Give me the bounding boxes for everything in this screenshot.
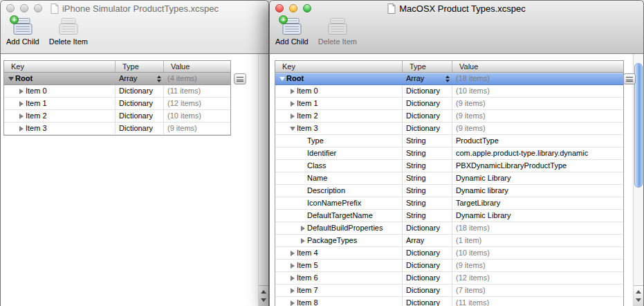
key-cell[interactable]: Item 1 xyxy=(275,98,403,109)
key-cell[interactable]: Description xyxy=(275,185,403,197)
table-row[interactable]: Identifier String com.apple.product-type… xyxy=(275,147,623,160)
type-cell[interactable]: String xyxy=(403,135,452,147)
scroll-down-icon[interactable] xyxy=(636,298,641,302)
table-row[interactable]: Item 0 Dictionary (10 items) xyxy=(275,85,623,98)
value-cell[interactable]: (9 items) xyxy=(452,123,623,134)
disclosure-triangle-icon[interactable] xyxy=(288,285,297,296)
type-cell[interactable]: String xyxy=(403,185,452,197)
scroll-down-icon[interactable] xyxy=(261,298,266,302)
table-row[interactable]: Root Array (4 items) xyxy=(4,73,230,85)
disclosure-triangle-icon[interactable] xyxy=(299,210,307,222)
key-cell[interactable]: Item 6 xyxy=(275,272,403,284)
type-cell[interactable]: Dictionary xyxy=(116,98,164,109)
type-stepper-icon[interactable] xyxy=(157,75,161,82)
value-cell[interactable]: Dynamic Library xyxy=(452,210,623,222)
close-button[interactable] xyxy=(275,4,284,12)
value-cell[interactable]: (9 items) xyxy=(452,110,623,122)
key-cell[interactable]: Identifier xyxy=(275,147,403,159)
type-cell[interactable]: Dictionary xyxy=(116,110,164,122)
delete-item-button[interactable]: Delete Item xyxy=(318,17,357,46)
value-cell[interactable]: (11 items) xyxy=(452,297,623,306)
disclosure-triangle-icon[interactable] xyxy=(17,110,26,122)
key-cell[interactable]: Item 1 xyxy=(4,98,116,109)
disclosure-triangle-icon[interactable] xyxy=(288,247,297,259)
key-cell[interactable]: Name xyxy=(275,172,403,184)
column-header-value[interactable]: Value xyxy=(164,61,230,72)
type-cell[interactable]: String xyxy=(403,210,452,222)
table-row[interactable]: Name String Dynamic Library xyxy=(275,172,623,185)
type-cell[interactable]: String xyxy=(403,197,452,209)
value-cell[interactable]: (10 items) xyxy=(164,110,230,122)
column-header-key[interactable]: Key xyxy=(4,61,116,72)
value-cell[interactable]: (11 items) xyxy=(164,85,230,97)
table-row[interactable]: Type String ProductType xyxy=(275,135,623,147)
column-header-key[interactable]: Key xyxy=(275,61,403,72)
minimize-button[interactable] xyxy=(289,4,297,12)
value-cell[interactable]: PBXDynamicLibraryProductType xyxy=(452,160,623,172)
key-cell[interactable]: Class xyxy=(275,160,403,172)
value-cell[interactable]: (1 item) xyxy=(452,235,623,246)
disclosure-triangle-icon[interactable] xyxy=(299,197,307,209)
key-cell[interactable]: Root xyxy=(275,73,403,84)
disclosure-triangle-icon[interactable] xyxy=(288,272,297,284)
type-cell[interactable]: Dictionary xyxy=(403,285,452,296)
key-cell[interactable]: Item 4 xyxy=(275,247,403,259)
disclosure-triangle-icon[interactable] xyxy=(17,123,26,134)
action-menu-button[interactable] xyxy=(234,73,246,84)
value-cell[interactable]: (10 items) xyxy=(452,247,623,259)
table-row[interactable]: Description String Dynamic library xyxy=(275,185,623,197)
table-row[interactable]: Item 1 Dictionary (12 items) xyxy=(4,98,230,110)
value-cell[interactable]: (12 items) xyxy=(164,98,230,109)
vertical-scrollbar[interactable] xyxy=(258,54,268,306)
type-cell[interactable]: Dictionary xyxy=(403,222,452,234)
table-row[interactable]: Item 4 Dictionary (10 items) xyxy=(275,247,623,260)
close-button[interactable] xyxy=(6,4,15,12)
key-cell[interactable]: Item 2 xyxy=(4,110,116,122)
disclosure-triangle-icon[interactable] xyxy=(288,98,297,109)
minimize-button[interactable] xyxy=(20,4,28,12)
titlebar[interactable]: iPhone Simulator ProductTypes.xcspec xyxy=(1,1,268,16)
value-cell[interactable]: (18 items) xyxy=(452,222,623,234)
value-cell[interactable]: (18 items) xyxy=(452,73,623,84)
table-row[interactable]: Item 8 Dictionary (11 items) xyxy=(275,297,623,306)
type-cell[interactable]: Dictionary xyxy=(403,260,452,271)
table-row[interactable]: DefaultTargetName String Dynamic Library xyxy=(275,210,623,222)
key-cell[interactable]: Type xyxy=(275,135,403,147)
value-cell[interactable]: (9 items) xyxy=(452,260,623,271)
table-row[interactable]: Item 6 Dictionary (12 items) xyxy=(275,272,623,285)
table-row[interactable]: Item 3 Dictionary (9 items) xyxy=(4,123,230,135)
action-menu-button[interactable] xyxy=(623,73,636,84)
type-cell[interactable]: Dictionary xyxy=(116,85,164,97)
key-cell[interactable]: Item 8 xyxy=(275,297,403,306)
key-cell[interactable]: Root xyxy=(4,73,116,84)
value-cell[interactable]: TargetLibrary xyxy=(452,197,623,209)
disclosure-triangle-icon[interactable] xyxy=(299,135,307,147)
titlebar[interactable]: MacOSX Product Types.xcspec xyxy=(270,1,643,16)
delete-item-button[interactable]: Delete Item xyxy=(49,17,88,46)
key-cell[interactable]: Item 7 xyxy=(275,285,403,296)
disclosure-triangle-icon[interactable] xyxy=(288,85,297,97)
key-cell[interactable]: Item 3 xyxy=(4,123,116,134)
value-cell[interactable]: (9 items) xyxy=(164,123,230,134)
type-cell[interactable]: Dictionary xyxy=(403,110,452,122)
key-cell[interactable]: Item 0 xyxy=(4,85,116,97)
key-cell[interactable]: Item 0 xyxy=(275,85,403,97)
column-header-value[interactable]: Value xyxy=(452,61,623,72)
key-cell[interactable]: DefaultTargetName xyxy=(275,210,403,222)
table-row[interactable]: Item 2 Dictionary (10 items) xyxy=(4,110,230,123)
value-cell[interactable]: (7 items) xyxy=(452,285,623,296)
key-cell[interactable]: Item 3 xyxy=(275,123,403,134)
key-cell[interactable]: IconNamePrefix xyxy=(275,197,403,209)
value-cell[interactable]: com.apple.product-type.library.dynamic xyxy=(452,147,623,159)
disclosure-triangle-icon[interactable] xyxy=(288,297,297,306)
table-row[interactable]: IconNamePrefix String TargetLibrary xyxy=(275,197,623,210)
table-row[interactable]: Root Array (18 items) xyxy=(275,73,623,85)
disclosure-triangle-icon[interactable] xyxy=(288,123,297,134)
type-cell[interactable]: Dictionary xyxy=(403,247,452,259)
table-row[interactable]: Item 3 Dictionary (9 items) xyxy=(275,123,623,135)
type-cell[interactable]: String xyxy=(403,160,452,172)
type-stepper-icon[interactable] xyxy=(445,75,450,82)
table-row[interactable]: Item 1 Dictionary (9 items) xyxy=(275,98,623,110)
value-cell[interactable]: (9 items) xyxy=(452,98,623,109)
value-cell[interactable]: (4 items) xyxy=(164,73,230,84)
